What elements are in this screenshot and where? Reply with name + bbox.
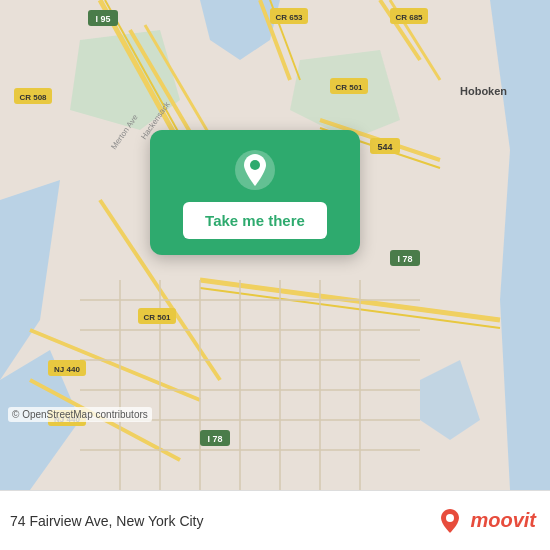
moovit-logo: moovit	[436, 507, 536, 535]
svg-text:NJ 440: NJ 440	[54, 365, 80, 374]
take-me-there-button[interactable]: Take me there	[183, 202, 327, 239]
map-container: I 95 CR 653 CR 685 CR 508 CR 501 Hoboken…	[0, 0, 550, 490]
svg-point-63	[446, 514, 454, 522]
svg-text:544: 544	[377, 142, 392, 152]
svg-text:I 78: I 78	[207, 434, 222, 444]
svg-text:CR 501: CR 501	[143, 313, 171, 322]
moovit-pin-icon	[436, 507, 464, 535]
svg-text:CR 508: CR 508	[19, 93, 47, 102]
address-text: 74 Fairview Ave, New York City	[10, 513, 204, 529]
svg-point-62	[250, 160, 260, 170]
location-pin-icon	[233, 148, 277, 192]
svg-text:CR 501: CR 501	[335, 83, 363, 92]
svg-text:Hoboken: Hoboken	[460, 85, 507, 97]
svg-text:I 78: I 78	[397, 254, 412, 264]
location-card: Take me there	[150, 130, 360, 255]
svg-text:I 95: I 95	[95, 14, 110, 24]
svg-text:CR 685: CR 685	[395, 13, 423, 22]
bottom-bar: 74 Fairview Ave, New York City moovit	[0, 490, 550, 550]
osm-attribution: © OpenStreetMap contributors	[8, 407, 152, 422]
moovit-label: moovit	[470, 509, 536, 532]
svg-text:CR 653: CR 653	[275, 13, 303, 22]
